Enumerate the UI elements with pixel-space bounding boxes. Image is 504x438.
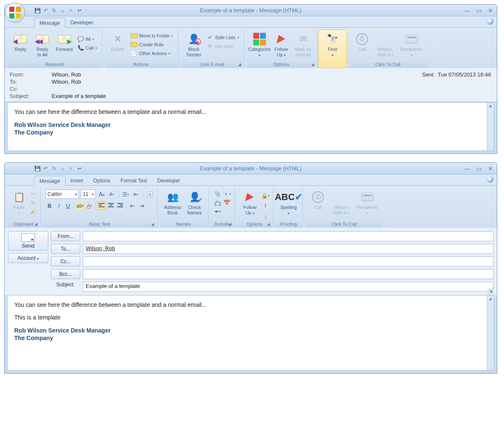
not-junk-button[interactable]: ✉Not Junk bbox=[205, 42, 240, 50]
save-icon[interactable]: 💾 bbox=[34, 165, 41, 172]
maximize-button[interactable]: ▭ bbox=[475, 165, 483, 172]
redo-icon[interactable]: ↻ bbox=[51, 165, 58, 172]
ctc-wilson-button[interactable]: Wilson, Rob X ▾ bbox=[329, 190, 354, 218]
find-button[interactable]: 🔭 Find▾ bbox=[322, 32, 343, 60]
minimize-button[interactable]: — bbox=[463, 165, 471, 172]
launcher-icon[interactable]: ◢ bbox=[151, 222, 154, 226]
qat-customize-icon[interactable]: ▾ bbox=[76, 165, 83, 172]
bcc-input[interactable] bbox=[83, 269, 494, 279]
calendar-icon[interactable]: 📅 bbox=[223, 198, 231, 207]
other-actions-button[interactable]: 📄Other Actions bbox=[129, 49, 175, 58]
ctc-recipients-button[interactable]: Recipients▾ bbox=[399, 32, 425, 60]
bullets-icon[interactable]: ☰ bbox=[121, 190, 130, 198]
scrollbar[interactable] bbox=[487, 103, 494, 150]
tab-message[interactable]: Message bbox=[34, 176, 66, 186]
spelling-button[interactable]: ABC✔ Spelling▾ bbox=[278, 190, 299, 218]
numbering-icon[interactable]: ≡ bbox=[131, 190, 140, 198]
subject-input[interactable]: Example of a template bbox=[83, 282, 494, 292]
indent-button[interactable]: ⇥ bbox=[137, 201, 146, 210]
mark-unread-button[interactable]: ✉ Mark as Unread bbox=[293, 32, 314, 60]
followup-button[interactable]: Follow Up ▾ bbox=[271, 32, 292, 60]
help-icon[interactable]: ? bbox=[487, 176, 494, 183]
format-painter-icon[interactable]: 🖌 bbox=[29, 207, 37, 216]
close-button[interactable]: ✕ bbox=[487, 165, 494, 172]
help-icon[interactable]: ? bbox=[487, 18, 494, 25]
scrollbar[interactable]: ⇲ bbox=[487, 296, 494, 370]
tab-message[interactable]: Message bbox=[34, 18, 66, 28]
tab-options[interactable]: Options bbox=[88, 176, 116, 185]
launcher-icon[interactable]: ◢ bbox=[228, 222, 231, 226]
close-button[interactable]: ✕ bbox=[487, 7, 494, 14]
move-folder-button[interactable]: Move to Folder bbox=[129, 32, 175, 40]
safe-lists-button[interactable]: ✔Safe Lists bbox=[205, 33, 240, 42]
tab-developer[interactable]: Developer bbox=[66, 18, 99, 27]
tab-format-text[interactable]: Format Text bbox=[116, 176, 152, 185]
ctc-call-button[interactable]: ✆ Call bbox=[307, 190, 328, 218]
cc-button[interactable]: Cc... bbox=[51, 256, 80, 266]
address-book-button[interactable]: 👥 Address Book bbox=[162, 190, 183, 218]
call-button[interactable]: 📞Call bbox=[76, 44, 99, 52]
qat-customize-icon[interactable]: ▾ bbox=[76, 7, 83, 14]
save-icon[interactable]: 💾 bbox=[34, 7, 41, 14]
from-button[interactable]: From... bbox=[51, 231, 80, 241]
launcher-icon[interactable]: ◢ bbox=[311, 62, 314, 66]
bold-button[interactable]: B bbox=[45, 201, 54, 210]
compose-body[interactable]: You can see here the difference between … bbox=[7, 295, 494, 371]
copy-icon[interactable]: ⧉ bbox=[29, 198, 37, 207]
high-importance-icon[interactable]: ! bbox=[261, 201, 270, 210]
font-color-button[interactable]: A bbox=[85, 201, 94, 210]
launcher-icon[interactable]: ◢ bbox=[34, 222, 37, 226]
bcc-button[interactable]: Bcc... bbox=[51, 269, 80, 279]
from-input[interactable] bbox=[83, 231, 494, 241]
create-rule-button[interactable]: Create Rule bbox=[129, 40, 175, 49]
ruler-icon[interactable]: ⇲ bbox=[488, 289, 494, 294]
attach-item-icon[interactable]: 📧 bbox=[223, 190, 231, 198]
shrink-font-icon[interactable]: A▾ bbox=[108, 190, 116, 198]
im-button[interactable]: 💬IM bbox=[76, 35, 99, 43]
reply-all-button[interactable]: ◀◀ Reply to All bbox=[32, 32, 53, 60]
to-button[interactable]: To... bbox=[51, 244, 80, 254]
minimize-button[interactable]: — bbox=[463, 7, 471, 14]
italic-button[interactable]: I bbox=[55, 201, 63, 210]
grow-font-icon[interactable]: A▴ bbox=[97, 190, 106, 198]
cut-icon[interactable]: ✂ bbox=[29, 190, 37, 198]
tab-developer[interactable]: Developer bbox=[152, 176, 185, 185]
highlight-button[interactable]: ab bbox=[76, 201, 84, 210]
categorize-button[interactable]: Categorize ▾ bbox=[249, 32, 270, 60]
delete-button[interactable]: ✕ Delete bbox=[107, 32, 128, 60]
undo-icon[interactable]: ↶ bbox=[42, 7, 49, 14]
ctc-call-button[interactable]: ✆ Call bbox=[352, 32, 373, 60]
attach-file-icon[interactable]: 📎 bbox=[213, 190, 222, 198]
forward-button[interactable]: ▶ Forward bbox=[54, 32, 75, 60]
quick-access-toolbar: 💾 ↶ ↻ ▲ ▼ ▾ bbox=[34, 7, 83, 14]
card-icon[interactable]: 📇 bbox=[213, 198, 222, 207]
followup-button[interactable]: Follow Up ▾ bbox=[239, 190, 260, 218]
underline-button[interactable]: U bbox=[64, 201, 72, 210]
undo-icon[interactable]: ↶ bbox=[42, 165, 49, 172]
launcher-icon[interactable]: ◢ bbox=[267, 222, 270, 226]
clear-format-icon[interactable]: A̶ͅ bbox=[145, 190, 154, 198]
account-button[interactable]: Account ▾ bbox=[8, 253, 48, 263]
block-sender-button[interactable]: 👤🚫 Block Sender bbox=[183, 32, 204, 60]
tab-insert[interactable]: Insert bbox=[66, 176, 88, 185]
outdent-button[interactable]: ⇤ bbox=[128, 201, 136, 210]
low-importance-icon[interactable]: ↓ bbox=[261, 211, 270, 220]
paste-button[interactable]: 📋 Paste▾ bbox=[10, 190, 28, 218]
send-button[interactable]: Send bbox=[8, 231, 48, 251]
reply-button[interactable]: ◀ Reply bbox=[10, 32, 31, 60]
cc-input[interactable] bbox=[83, 256, 494, 266]
ctc-wilson-button[interactable]: Wilson, Rob X ▾ bbox=[373, 32, 398, 60]
align-left-button[interactable] bbox=[97, 201, 106, 210]
signature-icon[interactable]: ✒ bbox=[213, 207, 222, 216]
align-center-button[interactable] bbox=[107, 201, 115, 210]
align-right-button[interactable] bbox=[116, 201, 124, 210]
size-combo[interactable]: 11▾ bbox=[81, 190, 96, 199]
ctc-recipients-button[interactable]: Recipients▾ bbox=[354, 190, 381, 218]
redo-icon[interactable]: ↻ bbox=[51, 7, 58, 14]
launcher-icon[interactable]: ◢ bbox=[238, 62, 241, 66]
to-input[interactable]: Wilson, Rob bbox=[83, 244, 494, 254]
font-combo[interactable]: Calibri▾ bbox=[45, 190, 79, 199]
maximize-button[interactable]: ▭ bbox=[475, 7, 483, 14]
check-names-button[interactable]: 👤✔ Check Names bbox=[184, 190, 205, 218]
permission-icon[interactable]: 🔒 bbox=[261, 191, 270, 200]
